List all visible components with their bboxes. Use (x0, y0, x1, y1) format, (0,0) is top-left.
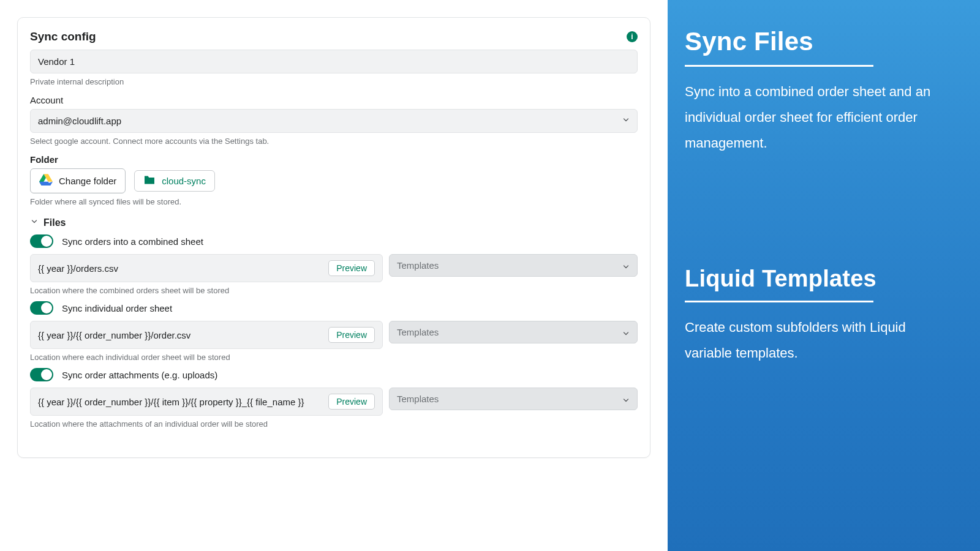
sidebar-text-liquid: Create custom subfolders with Liquid var… (685, 315, 953, 366)
templates-select[interactable]: Templates (389, 254, 638, 277)
info-icon[interactable]: i (627, 31, 638, 42)
sync-config-card: Sync config i Private internal descripti… (17, 17, 650, 458)
sidebar-heading-liquid: Liquid Templates (685, 266, 953, 292)
account-select[interactable]: admin@cloudlift.app (30, 109, 638, 133)
divider (685, 301, 873, 302)
templates-select[interactable]: Templates (389, 321, 638, 343)
toggle-individual-label: Sync individual order sheet (62, 303, 172, 313)
toggle-combined-sheet[interactable] (30, 234, 53, 248)
folder-help-text: Folder where all synced files will be st… (30, 197, 638, 206)
toggle-attachments[interactable] (30, 368, 53, 381)
individual-path-input[interactable]: {{ year }}/{{ order_number }}/order.csv … (30, 321, 383, 349)
preview-button[interactable]: Preview (328, 394, 375, 410)
attachments-path-input[interactable]: {{ year }}/{{ order_number }}/{{ item }}… (30, 388, 383, 416)
files-section-toggle[interactable]: Files (30, 217, 638, 228)
account-help-text: Select google account. Connect more acco… (30, 137, 638, 146)
divider (685, 65, 873, 67)
selected-folder-badge[interactable]: cloud-sync (134, 170, 215, 192)
folder-icon (143, 175, 156, 187)
templates-select[interactable]: Templates (389, 388, 638, 410)
toggle-attachments-label: Sync order attachments (e.g. uploads) (62, 370, 217, 380)
combined-help: Location where the combined orders sheet… (30, 286, 638, 295)
card-title: Sync config (30, 30, 96, 43)
toggle-individual-sheet[interactable] (30, 301, 53, 315)
vendor-help-text: Private internal description (30, 77, 638, 86)
toggle-combined-label: Sync orders into a combined sheet (62, 236, 203, 247)
chevron-down-icon (30, 217, 39, 228)
files-section-title: Files (43, 217, 66, 228)
main-panel: Sync config i Private internal descripti… (0, 0, 668, 551)
vendor-name-input[interactable] (30, 50, 638, 73)
sidebar-heading-sync: Sync Files (685, 27, 953, 56)
preview-button[interactable]: Preview (328, 260, 375, 276)
sidebar-text-sync: Sync into a combined order sheet and an … (685, 79, 953, 156)
change-folder-button[interactable]: Change folder (30, 168, 126, 193)
account-label: Account (30, 95, 638, 105)
folder-label: Folder (30, 154, 638, 165)
google-drive-icon (39, 174, 53, 188)
info-sidebar: Sync Files Sync into a combined order sh… (668, 0, 980, 551)
individual-help: Location where each individual order she… (30, 353, 638, 362)
combined-path-input[interactable]: {{ year }}/orders.csv Preview (30, 254, 383, 282)
attachments-help: Location where the attachments of an ind… (30, 419, 638, 429)
preview-button[interactable]: Preview (328, 327, 375, 343)
